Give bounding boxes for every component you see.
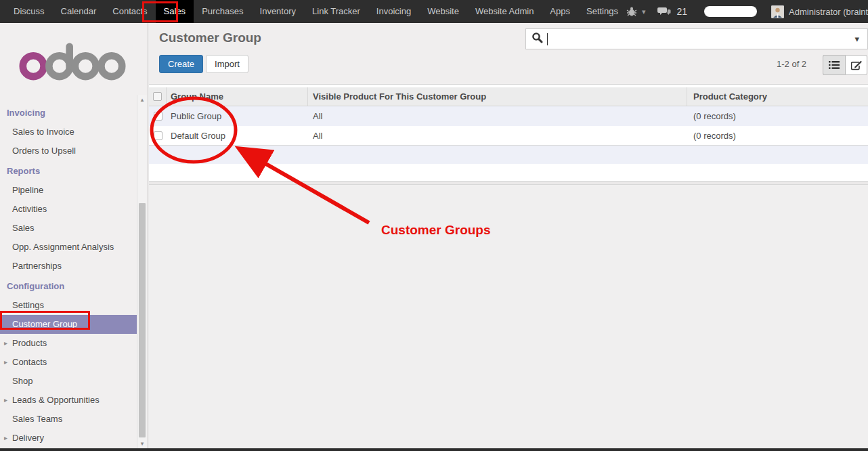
sidebar-item-label: Contacts xyxy=(12,357,47,367)
row-checkbox-cell xyxy=(149,126,167,145)
view-switcher xyxy=(823,55,867,75)
form-edit-icon xyxy=(851,60,862,70)
cell-visible-product: All xyxy=(308,106,687,126)
sidebar-item-pipeline[interactable]: Pipeline xyxy=(0,181,137,200)
user-menu-label[interactable]: Administrator (braintree) xyxy=(789,7,868,17)
menu-section-reports: Reports xyxy=(0,162,137,181)
nav-item-purchases[interactable]: Purchases xyxy=(194,0,251,23)
sidebar-item-orders-to-upsell[interactable]: Orders to Upsell xyxy=(0,142,137,160)
header-checkbox-cell xyxy=(149,87,167,106)
top-menu-bar: Discuss Calendar Contacts Sales Purchase… xyxy=(0,0,868,23)
search-icon xyxy=(531,32,543,46)
column-header-visible-product[interactable]: Visible Product For This Customer Group xyxy=(308,87,687,106)
empty-list-row xyxy=(149,146,868,164)
nav-item-calendar[interactable]: Calendar xyxy=(53,0,105,23)
customer-group-list: Group Name Visible Product For This Cust… xyxy=(149,85,868,181)
page-title: Customer Group xyxy=(159,30,261,45)
sidebar-item-label: Products xyxy=(12,338,47,348)
sidebar-item-label: Delivery xyxy=(12,433,44,443)
list-view-icon xyxy=(829,60,840,70)
nav-item-settings[interactable]: Settings xyxy=(578,0,626,23)
nav-item-contacts[interactable]: Contacts xyxy=(104,0,155,23)
sidebar-item-sales-report[interactable]: Sales xyxy=(0,219,137,238)
top-navigation: Discuss Calendar Contacts Sales Purchase… xyxy=(0,0,626,23)
odoo-logo[interactable]: odoo xyxy=(0,23,148,102)
expand-arrow-icon[interactable]: ▸ xyxy=(4,353,7,372)
message-count-badge[interactable]: 21 xyxy=(677,6,688,17)
nav-item-apps[interactable]: Apps xyxy=(542,0,578,23)
nav-item-invoicing[interactable]: Invoicing xyxy=(368,0,419,23)
sidebar-item-activities[interactable]: Activities xyxy=(0,200,137,219)
row-checkbox[interactable] xyxy=(154,131,162,140)
create-button[interactable]: Create xyxy=(159,55,203,73)
cell-visible-product: All xyxy=(308,126,687,145)
nav-item-website[interactable]: Website xyxy=(419,0,467,23)
user-avatar[interactable] xyxy=(771,5,784,18)
search-input[interactable] xyxy=(548,29,854,49)
sidebar-item-shop[interactable]: Shop xyxy=(0,372,137,391)
menu-section-invoicing: Invoicing xyxy=(0,104,137,123)
sidebar-item-partnerships[interactable]: Partnerships xyxy=(0,257,137,276)
odoo-logo-image xyxy=(19,39,126,81)
menu-section-configuration: Configuration xyxy=(0,277,137,296)
nav-item-discuss[interactable]: Discuss xyxy=(5,0,53,23)
scroll-down-arrow-icon[interactable]: ▾ xyxy=(137,440,147,447)
nav-item-inventory[interactable]: Inventory xyxy=(252,0,304,23)
list-view-button[interactable] xyxy=(823,55,845,75)
control-panel: Customer Group Create Import ▾ 1-2 of 2 xyxy=(149,23,868,85)
main-content: Customer Group Create Import ▾ 1-2 of 2 xyxy=(149,23,868,448)
debug-bug-icon[interactable] xyxy=(626,6,637,17)
scroll-up-arrow-icon[interactable]: ▴ xyxy=(137,96,147,103)
column-header-product-category[interactable]: Product Category xyxy=(687,87,868,106)
sidebar-item-products[interactable]: ▸Products xyxy=(0,334,137,353)
column-header-group-name[interactable]: Group Name xyxy=(167,87,308,106)
expand-arrow-icon[interactable]: ▸ xyxy=(4,334,7,353)
import-button[interactable]: Import xyxy=(206,55,248,73)
expand-arrow-icon[interactable]: ▸ xyxy=(4,391,7,410)
sidebar-item-customer-group[interactable]: Customer Group xyxy=(0,315,137,334)
nav-item-sales[interactable]: Sales xyxy=(156,0,194,23)
sidebar-item-contacts[interactable]: ▸Contacts xyxy=(0,353,137,372)
cell-group-name: Public Group xyxy=(167,106,308,126)
search-box[interactable]: ▾ xyxy=(525,28,868,49)
nav-item-website-admin[interactable]: Website Admin xyxy=(467,0,542,23)
pager-label: 1-2 of 2 xyxy=(777,59,806,69)
progress-pill xyxy=(704,6,757,17)
empty-content-area xyxy=(149,185,868,446)
list-bottom-padding xyxy=(149,164,868,181)
table-row-public-group[interactable]: Public Group All (0 records) xyxy=(149,106,868,126)
debug-caret-down-icon[interactable]: ▾ xyxy=(642,7,646,16)
scrollbar-thumb[interactable] xyxy=(139,203,146,437)
app-sidebar: odoo Invoicing Sales to Invoice Orders t… xyxy=(0,23,148,448)
sidebar-item-leads-opportunities[interactable]: ▸Leads & Opportunities xyxy=(0,391,137,410)
table-header-row: Group Name Visible Product For This Cust… xyxy=(149,87,868,106)
sidebar-scrollbar[interactable]: ▴ ▾ xyxy=(137,95,147,448)
table-row-default-group[interactable]: Default Group All (0 records) xyxy=(149,126,868,146)
sidebar-menu: Invoicing Sales to Invoice Orders to Ups… xyxy=(0,102,137,448)
sidebar-item-opp-assignment-analysis[interactable]: Opp. Assignment Analysis xyxy=(0,238,137,257)
topbar-right-tools: ▾ 21 Administrator (braintree) ▾ xyxy=(626,0,868,23)
nav-item-link-tracker[interactable]: Link Tracker xyxy=(304,0,368,23)
cell-product-category: (0 records) xyxy=(687,106,868,126)
bottom-edge-strip xyxy=(0,448,868,451)
cell-product-category: (0 records) xyxy=(687,126,868,145)
sidebar-item-settings[interactable]: Settings xyxy=(0,296,137,315)
cell-group-name: Default Group xyxy=(167,126,308,145)
sidebar-item-sales-teams[interactable]: Sales Teams xyxy=(0,410,137,429)
row-checkbox-cell xyxy=(149,106,167,126)
action-buttons: Create Import xyxy=(159,55,248,73)
sidebar-item-delivery[interactable]: ▸Delivery xyxy=(0,429,137,448)
odoo-backend-screen: Discuss Calendar Contacts Sales Purchase… xyxy=(0,0,868,451)
search-caret-down-icon[interactable]: ▾ xyxy=(854,34,867,44)
sidebar-item-label: Leads & Opportunities xyxy=(12,395,100,405)
form-view-button[interactable] xyxy=(845,55,867,75)
sidebar-item-sales-to-invoice[interactable]: Sales to Invoice xyxy=(0,123,137,142)
messages-chat-icon[interactable] xyxy=(657,6,671,17)
row-checkbox[interactable] xyxy=(154,112,162,121)
select-all-checkbox[interactable] xyxy=(153,92,162,101)
expand-arrow-icon[interactable]: ▸ xyxy=(4,429,7,448)
